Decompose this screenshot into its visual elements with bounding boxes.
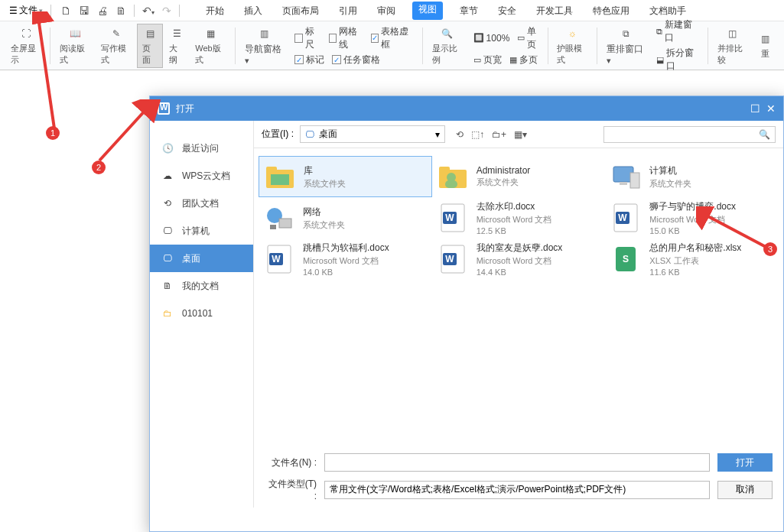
separator: [50, 5, 51, 17]
item-docx-lion[interactable]: W 狮子与驴的博弈.docxMicrosoft Word 文档15.0 KB: [605, 197, 779, 238]
dialog-titlebar[interactable]: 打开 ☐ ✕: [150, 96, 783, 121]
filetype-label: 文件类型(T) :: [265, 478, 317, 501]
search-input[interactable]: 🔍: [603, 126, 776, 143]
maximize-button[interactable]: ☐: [750, 102, 760, 115]
tab-docassist[interactable]: 文档助手: [646, 2, 689, 20]
page-view-button[interactable]: ▤页面: [137, 24, 163, 68]
multipage-button[interactable]: ▦ 多页: [509, 54, 538, 66]
sidebar-item-wpscloud[interactable]: ☁WPS云文档: [150, 162, 253, 190]
tab-special[interactable]: 特色应用: [590, 2, 633, 20]
file-grid: 库系统文件夹 Administrator系统文件夹 计算机系统文件夹 网络系统文…: [254, 148, 783, 452]
item-administrator[interactable]: Administrator系统文件夹: [432, 156, 606, 197]
taskpane-checkbox[interactable]: ✓任务窗格: [332, 54, 380, 66]
write-mode-button[interactable]: ✎写作模式: [96, 24, 135, 67]
save-icon[interactable]: 🖫: [79, 5, 89, 17]
new-folder-button[interactable]: 🗀+: [492, 129, 506, 140]
navpane-icon: ▥: [257, 26, 272, 41]
open-button[interactable]: 打开: [717, 453, 773, 472]
separator: [597, 28, 597, 64]
computer-icon: [610, 161, 642, 193]
eyecare-button[interactable]: ☼护眼模式: [552, 24, 591, 67]
location-dropdown[interactable]: 🖵桌面 ▾: [300, 125, 445, 143]
sidebar-item-desktop[interactable]: 🖵桌面: [150, 245, 253, 272]
svg-rect-8: [620, 182, 627, 185]
print-preview-icon[interactable]: 🗎: [115, 5, 126, 17]
svg-rect-6: [445, 180, 457, 188]
svg-rect-11: [279, 219, 291, 228]
pencil-icon: ✎: [109, 26, 124, 41]
cloud-icon: ☁: [161, 169, 174, 183]
word-doc-icon: W: [437, 243, 469, 275]
fullscreen-button[interactable]: ⛶全屏显示: [6, 24, 45, 67]
item-libraries[interactable]: 库系统文件夹: [259, 156, 432, 197]
page-icon: ▤: [142, 26, 158, 41]
folder-icon: 🗀: [161, 307, 174, 320]
svg-line-28: [99, 109, 147, 161]
sidebar-item-recent[interactable]: 🕓最近访问: [150, 135, 253, 162]
zoom-100-button[interactable]: 🔲 100%: [473, 33, 510, 44]
outline-button[interactable]: ☰大纲: [164, 24, 189, 67]
up-button[interactable]: ⬚↑: [471, 129, 484, 140]
back-button[interactable]: ⟲: [456, 129, 464, 140]
quick-access-toolbar: 🗋 🖫 🖨 🗎 ↶▾ ↷: [60, 5, 180, 17]
item-network[interactable]: 网络系统文件夹: [259, 197, 432, 238]
tab-start[interactable]: 开始: [203, 2, 227, 20]
tab-security[interactable]: 安全: [495, 2, 519, 20]
zoom-button[interactable]: 🔍显示比例: [428, 24, 467, 67]
filetype-select[interactable]: 常用文件(文字/Word格式;表格/Excel格式;演示/PowerPoint格…: [324, 481, 710, 499]
read-layout-button[interactable]: 📖阅读版式: [55, 24, 94, 67]
sidebar-item-010101[interactable]: 🗀010101: [150, 300, 253, 327]
tab-chapter[interactable]: 章节: [457, 2, 481, 20]
excel-doc-icon: S: [610, 243, 642, 275]
tab-pagelayout[interactable]: 页面布局: [279, 2, 322, 20]
hamburger-file-menu[interactable]: ☰ 文件 ▾: [6, 2, 46, 18]
print-icon[interactable]: 🖨: [97, 5, 108, 17]
item-docx-roommate[interactable]: W 我的室友是妖孽.docxMicrosoft Word 文档14.4 KB: [432, 238, 606, 280]
sidebar-item-computer[interactable]: 🖵计算机: [150, 217, 253, 245]
redo-icon[interactable]: ↷: [162, 5, 171, 17]
sidebar-item-mydocs[interactable]: 🗎我的文档: [150, 272, 253, 300]
svg-text:W: W: [445, 212, 454, 223]
undo-icon[interactable]: ↶▾: [142, 5, 155, 17]
compare-button[interactable]: ◫并排比较: [713, 24, 752, 67]
tab-devtools[interactable]: 开发工具: [533, 2, 576, 20]
markup-checkbox[interactable]: ✓标记: [294, 54, 324, 66]
chevron-down-icon: ▾: [435, 129, 440, 140]
new-window-button[interactable]: ⧉ 新建窗口: [656, 18, 698, 44]
sidebar-item-team[interactable]: ⟲团队文档: [150, 190, 253, 217]
cancel-button[interactable]: 取消: [717, 481, 773, 499]
tab-view[interactable]: 视图: [412, 2, 443, 20]
svg-rect-4: [439, 167, 450, 173]
web-layout-button[interactable]: ▦Web版式: [190, 24, 230, 67]
tabledash-checkbox[interactable]: ✓表格虚框: [371, 25, 414, 51]
tab-references[interactable]: 引用: [336, 2, 360, 20]
item-xlsx-users[interactable]: S 总的用户名和秘密.xlsxXLSX 工作表11.6 KB: [605, 238, 779, 280]
svg-rect-12: [270, 225, 276, 229]
svg-text:S: S: [623, 254, 629, 264]
single-page-button[interactable]: ▭ 单页: [517, 25, 538, 51]
filename-input[interactable]: [324, 453, 710, 472]
tab-review[interactable]: 审阅: [374, 2, 399, 20]
ruler-checkbox[interactable]: 标尺: [294, 25, 320, 51]
annotation-badge-3: 3: [763, 242, 777, 256]
svg-rect-9: [630, 173, 639, 188]
item-computer[interactable]: 计算机系统文件夹: [605, 156, 779, 197]
search-icon: 🔍: [759, 129, 770, 140]
split-window-button[interactable]: ⬓ 拆分窗口: [656, 47, 698, 73]
tab-insert[interactable]: 插入: [241, 2, 265, 20]
tabs-bar: 开始 插入 页面布局 引用 审阅 视图 章节 安全 开发工具 特色应用 文档助手: [203, 2, 689, 20]
rearrange-button[interactable]: ⧉重排窗口 ▾: [602, 24, 650, 67]
nav-pane-button[interactable]: ▥导航窗格 ▾: [240, 24, 288, 67]
svg-text:W: W: [272, 254, 281, 264]
word-doc-icon: W: [610, 202, 642, 234]
pagewidth-button[interactable]: ▭ 页宽: [473, 54, 502, 66]
gridlines-checkbox[interactable]: 网格线: [329, 25, 363, 51]
new-icon[interactable]: 🗋: [60, 5, 71, 17]
chevron-down-icon: ▾: [39, 7, 43, 15]
desktop-icon: 🖵: [161, 251, 174, 265]
reset-pos-button[interactable]: ▥重: [753, 30, 778, 61]
item-docx-jobhop[interactable]: W 跳槽只为软福利.docxMicrosoft Word 文档14.0 KB: [259, 238, 432, 280]
close-button[interactable]: ✕: [766, 102, 776, 115]
view-mode-button[interactable]: ▦▾: [514, 129, 527, 140]
item-docx-watermark[interactable]: W 去除水印.docxMicrosoft Word 文档12.5 KB: [432, 197, 606, 238]
